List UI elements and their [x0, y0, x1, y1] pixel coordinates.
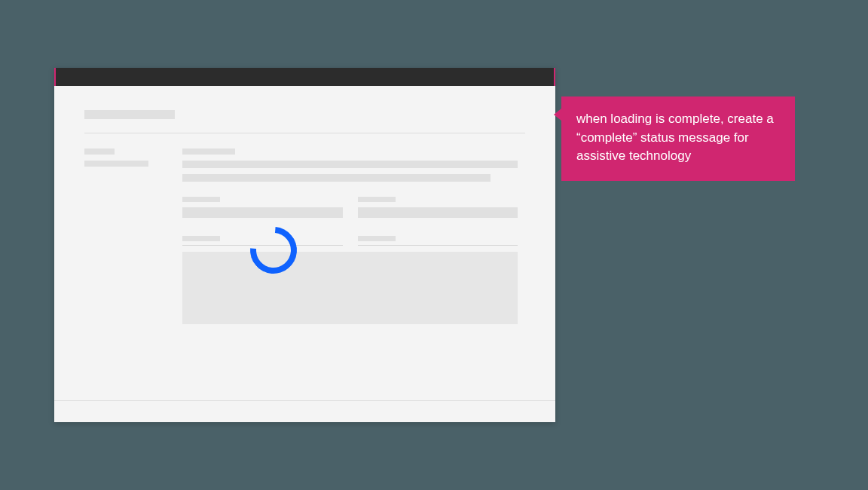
skeleton-bar [182, 207, 343, 218]
panel-body-skeleton [182, 252, 518, 324]
field-skeleton [182, 197, 343, 218]
skeleton-bar [84, 161, 148, 167]
divider [358, 245, 518, 246]
skeleton-bar [182, 236, 220, 241]
skeleton-bar [182, 174, 491, 182]
page-heading-skeleton [84, 110, 525, 133]
annotation-callout: when loading is complete, create a “comp… [561, 96, 795, 181]
skeleton-bar [84, 149, 115, 155]
spinner-icon [240, 217, 306, 283]
divider [84, 133, 525, 133]
paragraph-skeleton [182, 149, 518, 182]
panel-skeleton [182, 236, 518, 324]
skeleton-bar [358, 197, 396, 202]
panel-header-skeleton [182, 236, 518, 246]
sidebar-skeleton [84, 149, 152, 324]
window-body [54, 86, 555, 342]
callout-text: when loading is complete, create a “comp… [576, 112, 774, 163]
footer-divider [54, 400, 555, 401]
skeleton-bar [358, 207, 518, 218]
content-columns [84, 149, 525, 324]
skeleton-bar [182, 161, 518, 168]
skeleton-bar [84, 110, 175, 119]
loading-spinner [250, 227, 303, 280]
field-skeleton [358, 197, 518, 218]
skeleton-bar [182, 149, 235, 155]
main-content-skeleton [182, 149, 525, 324]
app-window-mockup [54, 68, 555, 422]
window-titlebar [54, 68, 555, 86]
skeleton-bar [182, 197, 220, 202]
skeleton-bar [358, 236, 396, 241]
field-row-skeleton [182, 197, 518, 218]
